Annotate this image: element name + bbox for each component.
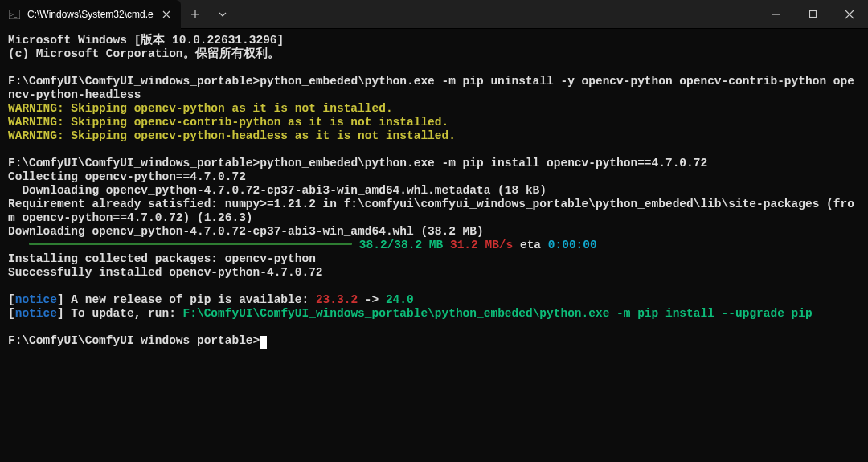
active-tab[interactable]: >_ C:\Windows\System32\cmd.e: [0, 0, 181, 29]
bracket-open-1: [: [8, 293, 15, 306]
prompt-current: F:\ComfyUI\ComfyUI_windows_portable>: [8, 334, 260, 347]
titlebar: >_ C:\Windows\System32\cmd.e: [0, 0, 868, 29]
notice-1-text: A new release of pip is available:: [64, 293, 316, 306]
notice-tag-1: notice: [15, 293, 57, 306]
maximize-button[interactable]: [794, 0, 831, 28]
close-button[interactable]: [831, 0, 868, 28]
progress-size: 38.2/38.2 MB: [359, 239, 443, 251]
notice-tag-2: notice: [15, 307, 57, 320]
bracket-close-1: ]: [57, 293, 64, 306]
svg-rect-2: [809, 11, 816, 18]
downloading-metadata-line: Downloading opencv_python-4.7.0.72-cp37-…: [8, 184, 547, 197]
success-line: Successfully installed opencv-python-4.7…: [8, 266, 323, 279]
bracket-close-2: ]: [57, 307, 64, 320]
collecting-line: Collecting opencv-python==4.7.0.72: [8, 170, 246, 183]
cmd-icon: >_: [8, 8, 21, 21]
warning-3: WARNING: Skipping opencv-python-headless…: [8, 129, 456, 142]
copyright-line: (c) Microsoft Corporation。保留所有权利。: [8, 47, 280, 60]
prompt-2: F:\ComfyUI\ComfyUI_windows_portable>: [8, 157, 260, 170]
progress-speed: 31.2 MB/s: [450, 239, 513, 251]
terminal-output[interactable]: Microsoft Windows [版本 10.0.22631.3296] (…: [0, 29, 868, 356]
bracket-open-2: [: [8, 307, 15, 320]
installing-line: Installing collected packages: opencv-py…: [8, 252, 316, 265]
minimize-button[interactable]: [757, 0, 794, 28]
command-2: python_embeded\python.exe -m pip install…: [260, 157, 707, 170]
progress-eta: 0:00:00: [548, 239, 597, 251]
os-version-line: Microsoft Windows [版本 10.0.22631.3296]: [8, 34, 284, 47]
requirement-satisfied-line: Requirement already satisfied: numpy>=1.…: [8, 198, 854, 224]
pip-old-version: 23.3.2: [316, 293, 358, 306]
tab-dropdown-button[interactable]: [210, 0, 235, 28]
progress-bar: [8, 239, 352, 252]
svg-text:>_: >_: [10, 11, 17, 18]
notice-2-text: To update, run:: [64, 307, 183, 320]
warning-2: WARNING: Skipping opencv-contrib-python …: [8, 116, 448, 129]
cursor: [260, 336, 267, 349]
pip-upgrade-cmd: F:\ComfyUI\ComfyUI_windows_portable\pyth…: [183, 307, 813, 320]
arrow: ->: [358, 293, 386, 306]
progress-eta-label: eta: [513, 239, 548, 251]
pip-new-version: 24.0: [386, 293, 414, 306]
tab-title: C:\Windows\System32\cmd.e: [27, 9, 154, 20]
tab-close-button[interactable]: [160, 8, 173, 21]
window-controls: [757, 0, 868, 28]
downloading-whl-line: Downloading opencv_python-4.7.0.72-cp37-…: [8, 225, 484, 238]
new-tab-button[interactable]: [181, 0, 210, 28]
prompt-1: F:\ComfyUI\ComfyUI_windows_portable>: [8, 75, 260, 88]
warning-1: WARNING: Skipping opencv-python as it is…: [8, 102, 393, 115]
